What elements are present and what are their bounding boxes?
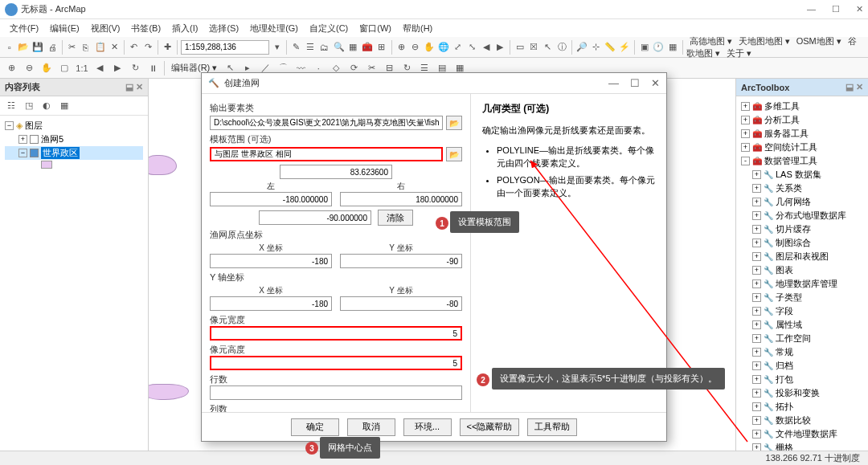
tree-layer-world[interactable]: − 世界政区: [5, 146, 143, 160]
fixed-zoom-out-icon[interactable]: ⤡: [466, 39, 478, 55]
save-icon[interactable]: 💾: [31, 39, 44, 55]
new-icon[interactable]: ▫: [3, 39, 15, 55]
add-data-icon[interactable]: ✚: [162, 39, 174, 55]
toolbox-item[interactable]: +🔧制图综合: [738, 236, 866, 250]
clear-selection-icon[interactable]: ☒: [527, 39, 539, 55]
python-icon[interactable]: ▦: [347, 39, 359, 55]
goto-xy-icon[interactable]: ⊹: [590, 39, 602, 55]
expand-icon[interactable]: +: [752, 184, 761, 193]
maximize-button[interactable]: ☐: [832, 4, 840, 14]
cellwidth-input[interactable]: [210, 326, 462, 341]
expand-icon[interactable]: +: [752, 375, 761, 384]
layout-zoom-out-icon[interactable]: ⊖: [21, 60, 37, 76]
rows-input[interactable]: [210, 385, 462, 400]
full-extent-icon[interactable]: 🌐: [437, 39, 450, 55]
menu-item[interactable]: 文件(F): [5, 21, 43, 36]
layer-checkbox[interactable]: [30, 135, 39, 144]
expand-icon[interactable]: +: [741, 129, 750, 138]
html-popup-icon[interactable]: ▣: [638, 39, 650, 55]
redo-icon[interactable]: ↷: [141, 39, 154, 55]
origin-x-input[interactable]: [210, 254, 332, 268]
expand-icon[interactable]: -: [741, 157, 750, 165]
toc-icon[interactable]: ☰: [305, 39, 317, 55]
toolbox-item[interactable]: +🔧分布式地理数据库: [738, 209, 866, 222]
scale-dropdown-icon[interactable]: ▾: [271, 39, 283, 55]
menu-item[interactable]: 窗口(W): [354, 21, 396, 36]
toolbox-item[interactable]: +🔧常规: [738, 345, 866, 359]
expand-icon[interactable]: +: [752, 430, 761, 438]
map-link[interactable]: 关于 ▾: [723, 48, 755, 58]
layout-100-icon[interactable]: 1:1: [74, 60, 90, 76]
undo-icon[interactable]: ↶: [128, 39, 140, 55]
browse-output-button[interactable]: 📂: [446, 116, 462, 130]
expand-icon[interactable]: +: [741, 102, 750, 111]
toolbox-item[interactable]: +🔧地理数据库管理: [738, 277, 866, 291]
search-icon[interactable]: 🔍: [333, 39, 346, 55]
menu-item[interactable]: 书签(B): [126, 21, 166, 36]
toolbox-item[interactable]: +🔧工作空间: [738, 332, 866, 345]
environments-button[interactable]: 环境...: [403, 418, 452, 436]
layout-back-icon[interactable]: ◀: [92, 60, 108, 76]
paste-icon[interactable]: 📋: [94, 39, 107, 55]
dialog-close-button[interactable]: ✕: [651, 77, 660, 89]
toolbox-item[interactable]: +🔧子类型: [738, 291, 866, 304]
menu-item[interactable]: 选择(S): [204, 21, 244, 36]
copy-icon[interactable]: ⎘: [80, 39, 92, 55]
layout-fwd-icon[interactable]: ▶: [109, 60, 125, 76]
list-by-drawing-icon[interactable]: ☷: [3, 98, 19, 114]
zoom-in-icon[interactable]: ⊕: [395, 39, 407, 55]
expand-icon[interactable]: +: [741, 116, 750, 124]
close-button[interactable]: ✕: [856, 4, 863, 14]
select-features-icon[interactable]: ▭: [514, 39, 526, 55]
expand-icon[interactable]: +: [752, 293, 761, 302]
toolbox-item[interactable]: +🧰服务器工具: [738, 127, 866, 141]
layer-checkbox[interactable]: [30, 149, 39, 157]
pin-icon[interactable]: ⬓ ✕: [845, 82, 863, 92]
expand-icon[interactable]: +: [752, 266, 761, 275]
expand-icon[interactable]: +: [752, 225, 761, 234]
map-link[interactable]: 天地图地图 ▾: [735, 36, 793, 46]
toolbox-item[interactable]: +🔧LAS 数据集: [738, 168, 866, 182]
toolbox-item[interactable]: +🔧切片缓存: [738, 222, 866, 236]
fixed-zoom-in-icon[interactable]: ⤢: [452, 39, 464, 55]
menu-item[interactable]: 插入(I): [167, 21, 203, 36]
hyperlink-icon[interactable]: ⚡: [618, 39, 631, 55]
browse-template-button[interactable]: 📂: [446, 147, 462, 161]
toolbox-item[interactable]: +🔧几何网络: [738, 195, 866, 209]
expand-icon[interactable]: +: [752, 361, 761, 370]
expand-icon[interactable]: +: [752, 252, 761, 261]
expand-icon[interactable]: +: [752, 389, 761, 398]
toolbox-item[interactable]: +🧰空间统计工具: [738, 141, 866, 154]
expand-icon[interactable]: +: [752, 320, 761, 329]
expand-icon[interactable]: +: [752, 334, 761, 343]
toolbox-item[interactable]: +🔧拓扑: [738, 400, 866, 414]
extent-bottom-input[interactable]: [259, 210, 371, 225]
hide-help-button[interactable]: <<隐藏帮助: [460, 418, 520, 436]
yaxis-x-input[interactable]: [210, 296, 332, 311]
measure-icon[interactable]: 📏: [604, 39, 616, 55]
toolbox-icon[interactable]: 🧰: [361, 39, 374, 55]
expand-icon[interactable]: −: [18, 149, 27, 157]
expand-icon[interactable]: +: [752, 239, 761, 247]
menu-item[interactable]: 地理处理(G): [245, 21, 303, 36]
dialog-minimize-button[interactable]: —: [608, 77, 619, 89]
clear-extent-button[interactable]: 清除: [378, 210, 413, 226]
expand-icon[interactable]: +: [752, 198, 761, 206]
toolbox-item[interactable]: +🔧属性域: [738, 318, 866, 332]
menu-item[interactable]: 编辑(E): [45, 21, 84, 36]
yaxis-y-input[interactable]: [340, 296, 462, 311]
select-elements-icon[interactable]: ↖: [542, 39, 554, 55]
toolbox-item[interactable]: +🔧打包: [738, 373, 866, 386]
expand-icon[interactable]: +: [752, 211, 761, 220]
toolbox-item[interactable]: +🔧投影和变换: [738, 386, 866, 400]
tree-root[interactable]: − ◈ 图层: [5, 119, 143, 133]
menu-item[interactable]: 帮助(H): [398, 21, 437, 36]
viewer-icon[interactable]: ▦: [666, 39, 678, 55]
map-link[interactable]: 高德地图 ▾: [686, 36, 735, 46]
print-icon[interactable]: 🖨: [46, 39, 58, 55]
list-by-selection-icon[interactable]: ▦: [56, 98, 72, 114]
expand-icon[interactable]: +: [752, 402, 761, 411]
toolbox-item[interactable]: +🧰分析工具: [738, 113, 866, 127]
origin-y-input[interactable]: [340, 254, 462, 268]
expand-icon[interactable]: +: [752, 279, 761, 288]
